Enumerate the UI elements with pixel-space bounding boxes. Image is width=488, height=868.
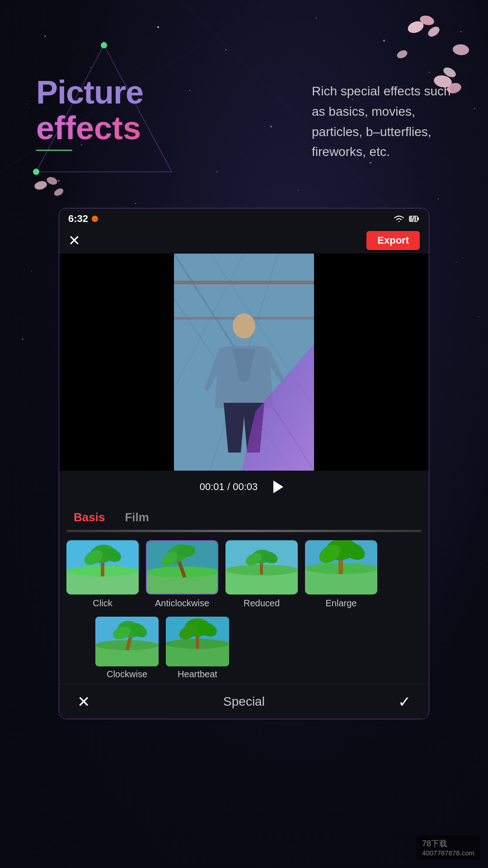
effect-heartbeat-thumb — [166, 617, 229, 666]
video-bg-svg — [174, 254, 314, 471]
effect-anticlockwise-image — [147, 541, 218, 594]
picture-label: Picture — [36, 75, 143, 110]
video-black-right — [343, 254, 429, 471]
effect-reduced-thumb — [225, 540, 298, 594]
effect-heartbeat-image — [166, 617, 229, 666]
wifi-icon — [393, 214, 405, 223]
effect-clockwise-image — [95, 617, 159, 666]
effect-click[interactable]: Click — [66, 540, 139, 609]
bottom-close-button[interactable]: ✕ — [77, 693, 90, 711]
svg-point-24 — [22, 339, 23, 340]
bottom-confirm-button[interactable]: ✓ — [398, 693, 411, 711]
effects-row-2: Clockwise Heartbeat — [59, 615, 429, 684]
svg-point-55 — [233, 313, 255, 339]
tab-film[interactable]: Film — [119, 509, 154, 526]
effect-clockwise-thumb — [95, 617, 159, 666]
status-bar: 6:32 — [59, 208, 429, 227]
video-content — [174, 254, 314, 471]
effect-reduced-image — [225, 540, 298, 594]
effect-heartbeat-label: Heartbeat — [178, 669, 217, 679]
phone-mockup: 6:32 ✕ Export — [59, 208, 429, 719]
effect-enlarge-image — [305, 540, 377, 594]
effects-row-1: Click Anticlockwise — [59, 536, 429, 615]
effect-anticlockwise-label: Anticlockwise — [155, 598, 209, 609]
svg-point-33 — [426, 25, 441, 39]
sakura-petals-top — [380, 9, 470, 108]
time-current: 00:01 / 00:03 — [200, 481, 258, 493]
status-time: 6:32 — [68, 213, 88, 225]
effect-click-label: Click — [93, 598, 112, 609]
picture-effects-heading: Picture effects — [36, 75, 143, 151]
effect-anticlockwise-thumb — [146, 540, 218, 594]
watermark: 78下载 4007787878.com — [417, 835, 480, 860]
svg-point-38 — [452, 43, 469, 56]
effect-click-thumb — [66, 540, 139, 594]
svg-point-40 — [46, 175, 58, 186]
export-button[interactable]: Export — [366, 231, 420, 250]
effect-clockwise-label: Clockwise — [107, 669, 147, 679]
effect-enlarge-thumb — [305, 540, 377, 594]
timeline-strip — [66, 530, 422, 532]
svg-point-25 — [479, 316, 479, 317]
battery-charge-icon — [409, 214, 420, 223]
playback-bar: 00:01 / 00:03 — [59, 471, 429, 503]
svg-point-37 — [396, 49, 409, 60]
effect-reduced[interactable]: Reduced — [225, 540, 298, 609]
svg-point-39 — [33, 180, 48, 191]
underline-decoration — [36, 150, 72, 151]
effect-enlarge[interactable]: Enlarge — [305, 540, 377, 609]
video-toolbar: ✕ Export — [59, 227, 429, 254]
play-icon — [273, 481, 283, 493]
effect-clockwise[interactable]: Clockwise — [95, 617, 159, 679]
effects-label: effects — [36, 110, 143, 146]
watermark-url: 4007787878.com — [422, 849, 474, 857]
svg-rect-53 — [174, 281, 314, 284]
play-button[interactable] — [268, 477, 288, 497]
editor-close-button[interactable]: ✕ — [68, 232, 80, 249]
tab-basis[interactable]: Basis — [68, 509, 110, 526]
effects-tabs: Basis Film — [59, 503, 429, 528]
video-player — [59, 254, 429, 471]
effect-reduced-label: Reduced — [244, 598, 280, 609]
effect-heartbeat[interactable]: Heartbeat — [166, 617, 229, 679]
effect-anticlockwise[interactable]: Anticlockwise — [146, 540, 218, 609]
svg-rect-44 — [410, 217, 416, 221]
svg-point-23 — [456, 262, 457, 263]
watermark-text: 78下载 — [422, 839, 447, 848]
status-icons — [393, 214, 420, 223]
bottom-action-bar: ✕ Special ✓ — [59, 684, 429, 719]
svg-point-29 — [101, 42, 107, 48]
svg-point-21 — [31, 271, 32, 272]
svg-point-41 — [53, 187, 65, 197]
effect-enlarge-label: Enlarge — [326, 598, 357, 609]
notification-dot — [92, 216, 98, 222]
effect-click-image — [66, 540, 139, 594]
svg-rect-43 — [418, 217, 419, 220]
bottom-title-label: Special — [223, 694, 265, 709]
video-black-left — [59, 254, 145, 471]
